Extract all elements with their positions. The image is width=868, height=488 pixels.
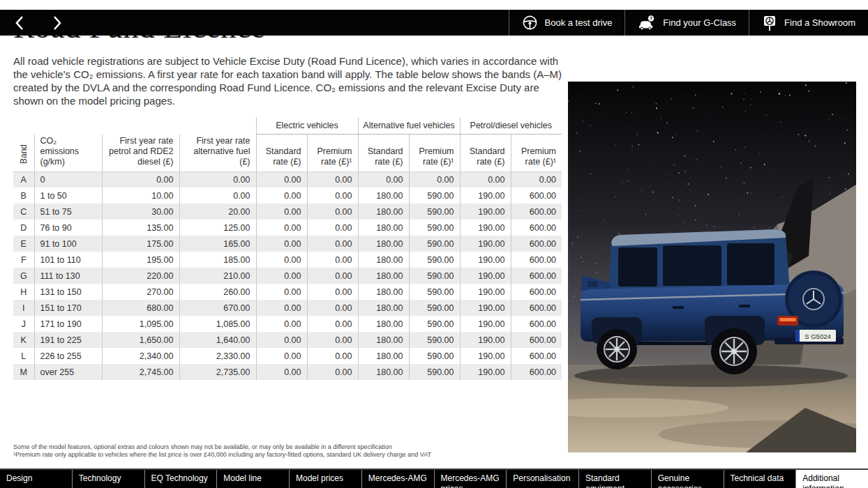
rate-value-cell: 20.00 xyxy=(179,204,256,220)
find-your-gclass-button[interactable]: ? Find your G-Class xyxy=(624,10,749,36)
road-fund-table: Electric vehicles Alternative fuel vehic… xyxy=(13,117,562,380)
next-page-button[interactable] xyxy=(47,13,67,33)
rate-value-cell: 0.00 xyxy=(307,284,358,300)
rate-value-cell: 190.00 xyxy=(460,188,511,204)
tab-additional-information[interactable]: Additional information xyxy=(796,470,868,488)
tab-personalisation[interactable]: Personalisation xyxy=(507,470,579,488)
rate-value-cell: 590.00 xyxy=(409,236,460,252)
band-cell: L xyxy=(13,348,34,364)
rate-value-cell: 590.00 xyxy=(409,252,460,268)
tab-model-prices[interactable]: Model prices xyxy=(290,470,362,488)
rate-value-cell: 600.00 xyxy=(511,300,562,316)
rate-value-cell: 0.00 xyxy=(307,268,358,284)
rate-value-cell: 180.00 xyxy=(358,284,409,300)
tab-mercedes-amg[interactable]: Mercedes-AMG xyxy=(362,470,435,488)
page: Book a test drive ? Find your G-Class Fi… xyxy=(0,10,868,488)
rate-value-cell: 180.00 xyxy=(358,348,409,364)
tab-design[interactable]: Design xyxy=(0,470,73,488)
rate-value-cell: 600.00 xyxy=(511,284,562,300)
rate-value-cell: 190.00 xyxy=(460,332,511,348)
co2-range-cell: 171 to 190 xyxy=(34,316,102,332)
co2-range-cell: 91 to 100 xyxy=(34,236,102,252)
table-row-band-i: I151 to 170680.00670.000.000.00180.00590… xyxy=(13,300,562,316)
rate-value-cell: 0.00 xyxy=(307,204,358,220)
rate-value-cell: 590.00 xyxy=(409,220,460,236)
rate-value-cell: 210.00 xyxy=(179,268,256,284)
find-showroom-button[interactable]: Find a Showroom xyxy=(749,10,868,36)
rate-value-cell: 0.00 xyxy=(256,364,307,380)
rate-value-cell: 0.00 xyxy=(256,171,307,188)
rate-value-cell: 0.00 xyxy=(511,171,562,188)
tab-technical-data[interactable]: Technical data xyxy=(724,470,797,488)
bottom-tab-bar: DesignTechnologyEQ TechnologyModel lineM… xyxy=(0,468,868,488)
rate-value-cell: 590.00 xyxy=(409,364,460,380)
rate-value-cell: 0.00 xyxy=(307,236,358,252)
rate-value-cell: 0.00 xyxy=(307,188,358,204)
tab-model-line[interactable]: Model line xyxy=(217,470,290,488)
band-cell: M xyxy=(13,364,34,380)
previous-page-button[interactable] xyxy=(10,13,29,33)
rate-value-cell: 600.00 xyxy=(511,316,562,332)
tab-mercedes-amg-prices[interactable]: Mercedes-AMG prices xyxy=(435,470,507,488)
column-header-row: Band CO₂ emissions (g/km) First year rat… xyxy=(13,135,562,172)
rate-value-cell: 0.00 xyxy=(307,316,358,332)
rate-value-cell: 0.00 xyxy=(256,284,307,300)
footnote-availability: Some of the model features, optional ext… xyxy=(13,443,431,451)
table-row-band-a: A00.000.000.000.000.000.000.000.00 xyxy=(13,171,562,188)
rate-value-cell: 0.00 xyxy=(256,316,307,332)
rate-value-cell: 180.00 xyxy=(358,204,409,220)
tab-standard-equipment[interactable]: Standard equipment xyxy=(579,470,652,488)
chevron-right-icon xyxy=(52,15,63,31)
rate-value-cell: 125.00 xyxy=(179,220,256,236)
rate-value-cell: 180.00 xyxy=(358,268,409,284)
tab-eq-technology[interactable]: EQ Technology xyxy=(145,470,218,488)
rate-value-cell: 2,745.00 xyxy=(102,364,179,380)
tail-light xyxy=(777,316,798,326)
rate-value-cell: 180.00 xyxy=(358,220,409,236)
table-row-band-g: G111 to 130220.00210.000.000.00180.00590… xyxy=(13,268,562,284)
co2-range-cell: 101 to 110 xyxy=(34,252,102,268)
group-header-row: Electric vehicles Alternative fuel vehic… xyxy=(13,117,562,135)
altfuel-standard-rate-header: Standard rate (£) xyxy=(358,135,409,172)
table-row-band-m: Mover 2552,745.002,735.000.000.00180.005… xyxy=(13,364,562,380)
rate-value-cell: 0.00 xyxy=(256,252,307,268)
co2-range-cell: over 255 xyxy=(34,364,102,380)
group-header-alternative-fuel: Alternative fuel vehicles xyxy=(358,117,460,135)
rate-value-cell: 0.00 xyxy=(256,220,307,236)
find-showroom-label: Find a Showroom xyxy=(784,17,855,28)
tab-technology[interactable]: Technology xyxy=(73,470,145,488)
tab-genuine-accessories[interactable]: Genuine accessories xyxy=(652,470,724,488)
book-test-drive-label: Book a test drive xyxy=(545,17,613,28)
petrol-premium-rate-header: Premium rate (£)¹ xyxy=(511,135,562,172)
rate-value-cell: 0.00 xyxy=(307,364,358,380)
rate-value-cell: 180.00 xyxy=(358,332,409,348)
rate-value-cell: 0.00 xyxy=(307,332,358,348)
rate-value-cell: 2,735.00 xyxy=(179,364,256,380)
rate-value-cell: 2,340.00 xyxy=(102,348,179,364)
svg-text:?: ? xyxy=(650,16,652,21)
table-row-band-j: J171 to 1901,095.001,085.000.000.00180.0… xyxy=(13,316,562,332)
rate-value-cell: 590.00 xyxy=(409,348,460,364)
rate-value-cell: 0.00 xyxy=(409,171,460,188)
rate-value-cell: 600.00 xyxy=(511,188,562,204)
rate-value-cell: 1,640.00 xyxy=(179,332,256,348)
rate-value-cell: 0.00 xyxy=(307,252,358,268)
band-cell: G xyxy=(13,268,34,284)
rate-value-cell: 260.00 xyxy=(179,284,256,300)
licence-plate-text: S G5024 xyxy=(805,333,831,340)
book-test-drive-button[interactable]: Book a test drive xyxy=(509,10,625,36)
intro-paragraph: All road vehicle registrations are subje… xyxy=(13,54,571,107)
rate-value-cell: 0.00 xyxy=(307,220,358,236)
rate-value-cell: 0.00 xyxy=(256,204,307,220)
steering-wheel-icon xyxy=(522,15,538,31)
rate-value-cell: 1,095.00 xyxy=(102,316,179,332)
rate-value-cell: 590.00 xyxy=(409,332,460,348)
rate-value-cell: 0.00 xyxy=(256,348,307,364)
rate-value-cell: 0.00 xyxy=(179,188,256,204)
rate-value-cell: 185.00 xyxy=(179,252,256,268)
rate-value-cell: 190.00 xyxy=(460,268,511,284)
band-cell: D xyxy=(13,220,34,236)
front-wheel xyxy=(597,329,637,369)
rate-value-cell: 600.00 xyxy=(511,252,562,268)
rate-value-cell: 0.00 xyxy=(307,300,358,316)
